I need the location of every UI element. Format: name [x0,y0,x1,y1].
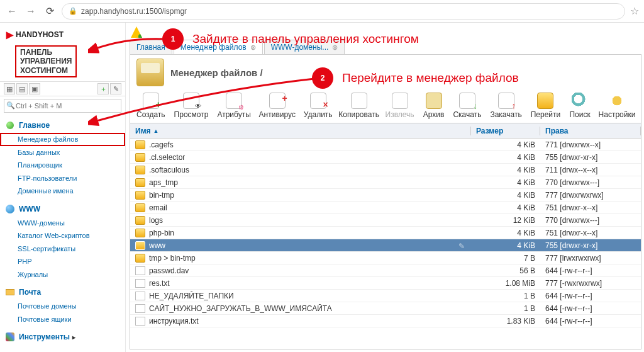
toolbar-закачать[interactable]: Закачать [490,93,521,119]
sidebar-item[interactable]: Доменные имена [0,185,125,198]
file-name: www [149,241,165,250]
search-input[interactable] [4,99,121,113]
file-name: НЕ_УДАЛЯЙТЕ_ПАПКИ [149,292,234,300]
file-size: 4 KiB [471,140,540,149]
tab-label: Менеджер файлов [180,43,247,52]
back-button[interactable]: ← [5,4,19,18]
file-size: 4 KiB [471,153,540,162]
logo-arrow-icon: ▸ [6,26,13,43]
sidebar-item[interactable]: Планировщик [0,159,125,172]
toolbar-просмотр[interactable]: Просмотр [174,93,209,119]
tab-0[interactable]: Главная [130,40,172,54]
sidebar-group-title: Почта [19,288,41,297]
sb-btn-add[interactable]: ＋ [97,83,109,94]
folder-icon [135,216,145,225]
table-row[interactable]: email4 KiB751 [drwxr-x--x] [130,202,641,214]
folder-icon [135,191,145,200]
toolbar-icon [609,93,625,109]
sidebar-group-4[interactable]: Статистика▸ [0,348,125,352]
table-row[interactable]: САЙТ_НУЖНО_ЗАГРУЖАТЬ_В_WWW_ИМЯСАЙТА1 B64… [130,302,641,315]
table-row[interactable]: инструкция.txt1.83 KiB644 [-rw-r--r--] [130,315,641,327]
folder-icon [135,153,145,162]
browser-bar: ← → ⟳ 🔒 zapp.handyhost.ru:1500/ispmgr ☆ [0,0,644,23]
sidebar-item[interactable]: WWW-домены [0,217,125,230]
toolbar-архив[interactable]: Архив [423,93,445,119]
toolbar-создать[interactable]: Создать [136,93,165,119]
sidebar-item[interactable]: Журналы [0,268,125,281]
toolbar-скачать[interactable]: Скачать [453,93,481,119]
sidebar-item[interactable]: Почтовые домены [0,300,125,313]
table-row[interactable]: bin-tmp4 KiB777 [drwxrwxrwx] [130,189,641,202]
table-row[interactable]: res.txt1.08 MiB777 [-rwxrwxrwx] [130,277,641,290]
file-permissions: 777 [drwxrwxrwx] [540,191,641,200]
sidebar-item[interactable]: FTP-пользователи [0,172,125,185]
reload-button[interactable]: ⟳ [43,4,57,18]
folder-icon [135,166,145,174]
sidebar-item[interactable]: PHP [0,255,125,268]
sidebar-item[interactable]: Почтовые ящики [0,313,125,326]
file-icon [135,317,145,326]
tab-close-icon[interactable]: ⊗ [250,43,256,52]
tab-label: WWW-домены... [271,43,329,52]
toolbar-label: Архив [423,110,445,119]
file-size: 1.08 MiB [471,279,540,288]
sb-btn-pin[interactable]: ✎ [110,83,121,94]
sb-btn-2[interactable]: ▤ [16,83,28,94]
toolbar-icon [183,93,199,109]
forward-button[interactable]: → [24,4,38,18]
folder-icon [135,203,145,212]
file-permissions: 751 [drwxr-x--x] [540,229,641,237]
table-row[interactable]: www✎4 KiB755 [drwxr-xr-x] [130,239,641,252]
table-row[interactable]: aps_tmp4 KiB770 [drwxrwx---] [130,176,641,189]
alert-icon[interactable] [131,26,142,38]
sidebar-toolbar: ▦ ▤ ▣ ＋ ✎ [0,81,125,96]
sidebar-group-2[interactable]: Почта [0,285,125,300]
table-row[interactable]: logs12 KiB770 [drwxrwx---] [130,214,641,227]
col-perm[interactable]: Права [540,127,641,135]
sb-btn-1[interactable]: ▦ [4,83,15,94]
file-name: aps_tmp [149,178,178,187]
file-size: 4 KiB [471,241,540,250]
toolbar-атрибуты[interactable]: Атрибуты [217,93,250,119]
sidebar-item[interactable]: Менеджер файлов [0,133,125,146]
toolbar-перейти[interactable]: Перейти [531,93,561,119]
col-size[interactable]: Размер [471,127,540,135]
table-row[interactable]: НЕ_УДАЛЯЙТЕ_ПАПКИ1 B644 [-rw-r--r--] [130,290,641,302]
file-permissions: 770 [drwxrwx---] [540,178,641,187]
table-row[interactable]: passwd.dav56 B644 [-rw-r--r--] [130,264,641,277]
file-permissions: 644 [-rw-r--r--] [540,292,641,300]
sidebar-group-0[interactable]: Главное [0,118,125,133]
table-row[interactable]: php-bin4 KiB751 [drwxr-x--x] [130,227,641,239]
toolbar-копировать[interactable]: Копировать [341,93,377,119]
file-permissions: 770 [drwxrwx---] [540,216,641,225]
file-size: 4 KiB [471,203,540,212]
sidebar-group-1[interactable]: WWW [0,202,125,217]
table-row[interactable]: tmp > bin-tmp7 B777 [lrwxrwxrwx] [130,252,641,264]
edit-icon[interactable]: ✎ [458,242,466,249]
file-name: logs [149,216,163,225]
sidebar-group-3[interactable]: Инструменты▸ [0,329,125,344]
toolbar-антивирус[interactable]: Антивирус [260,93,295,119]
panel-toolbar: СоздатьПросмотрАтрибутыАнтивирусУдалитьК… [130,93,641,123]
sidebar-item[interactable]: SSL-сертификаты [0,242,125,256]
bookmark-star-icon[interactable]: ☆ [630,5,639,17]
toolbar-поиск[interactable]: Поиск [569,93,591,119]
table-row[interactable]: .softaculous4 KiB711 [drwx--x--x] [130,164,641,176]
toolbar-удалить[interactable]: Удалить [304,93,333,119]
col-name[interactable]: Имя▲ [130,127,471,135]
tab-1[interactable]: Менеджер файлов⊗ [174,40,263,54]
table-row[interactable]: .cl.selector4 KiB755 [drwxr-xr-x] [130,151,641,164]
toolbar-icon [572,93,588,109]
toolbar-настройки[interactable]: Настройки [599,93,635,119]
tab-2[interactable]: WWW-домены...⊗ [264,40,345,54]
address-bar[interactable]: 🔒 zapp.handyhost.ru:1500/ispmgr [62,3,625,20]
tab-close-icon[interactable]: ⊗ [332,43,338,52]
toolbar-icon [226,93,242,109]
folder-icon [135,241,145,250]
sb-btn-3[interactable]: ▣ [29,83,40,94]
table-row[interactable]: .cagefs4 KiB771 [drwxrwx--x] [130,139,641,151]
lock-icon: 🔒 [69,7,77,15]
sidebar-item[interactable]: Базы данных [0,146,125,159]
sidebar-item[interactable]: Каталог Web-скриптов [0,229,125,242]
file-name: САЙТ_НУЖНО_ЗАГРУЖАТЬ_В_WWW_ИМЯСАЙТА [149,304,332,313]
